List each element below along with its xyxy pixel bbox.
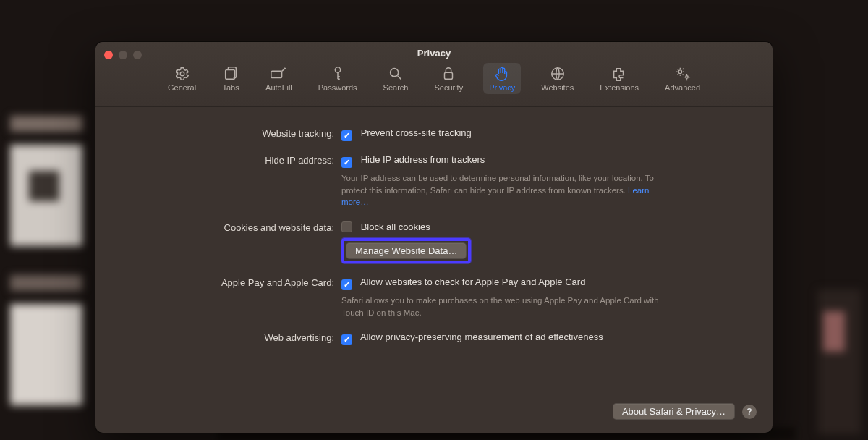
- background-shape: [10, 304, 82, 405]
- globe-icon: [549, 66, 566, 82]
- tab-label: Tabs: [222, 83, 239, 92]
- row-label: Apple Pay and Apple Card:: [124, 276, 341, 288]
- help-button[interactable]: ?: [742, 405, 757, 419]
- tab-label: Security: [434, 83, 463, 92]
- tab-label: Websites: [541, 83, 574, 92]
- svg-rect-5: [445, 72, 453, 79]
- apple-pay-checkbox[interactable]: ✓: [341, 279, 352, 290]
- block-all-cookies-checkbox[interactable]: [341, 221, 352, 232]
- row-label: Website tracking:: [124, 127, 341, 139]
- hand-icon: [493, 66, 511, 82]
- autofill-icon: [270, 66, 287, 82]
- apple-pay-row: Apple Pay and Apple Card: ✓ Allow websit…: [124, 276, 732, 318]
- titlebar: Privacy General Tabs AutoFill Passwords …: [95, 42, 773, 107]
- hide-ip-row: Hide IP address: ✓ Hide IP address from …: [124, 154, 732, 208]
- preferences-content: Website tracking: ✓ Prevent cross-site t…: [95, 107, 773, 403]
- option-label: Hide IP address from trackers: [361, 154, 485, 165]
- preferences-window: Privacy General Tabs AutoFill Passwords …: [95, 42, 773, 433]
- preferences-toolbar: General Tabs AutoFill Passwords Search S…: [95, 63, 773, 94]
- tab-label: Extensions: [600, 83, 639, 92]
- web-advertising-row: Web advertising: ✓ Allow privacy-preserv…: [124, 331, 732, 345]
- search-icon: [387, 66, 404, 82]
- close-window-button[interactable]: [104, 51, 113, 59]
- help-text-body: Your IP address can be used to determine…: [341, 174, 654, 195]
- highlight-annotation: Manage Website Data…: [341, 238, 471, 263]
- manage-website-data-button[interactable]: Manage Website Data…: [346, 242, 467, 259]
- tab-label: General: [168, 83, 196, 92]
- gear-icon: [174, 66, 191, 82]
- website-tracking-row: Website tracking: ✓ Prevent cross-site t…: [124, 127, 732, 141]
- tab-passwords[interactable]: Passwords: [312, 63, 363, 94]
- svg-point-3: [335, 67, 340, 72]
- row-label: Hide IP address:: [124, 154, 341, 166]
- svg-point-4: [391, 69, 399, 77]
- help-text: Safari allows you to make purchases on t…: [341, 295, 660, 318]
- background-shape: [10, 145, 82, 246]
- tab-search[interactable]: Search: [378, 63, 414, 94]
- tab-tabs[interactable]: Tabs: [216, 63, 245, 94]
- svg-point-0: [180, 72, 184, 76]
- tab-autofill[interactable]: AutoFill: [260, 63, 298, 94]
- minimize-window-button[interactable]: [119, 51, 127, 59]
- tab-privacy[interactable]: Privacy: [483, 63, 521, 94]
- row-label: Cookies and website data:: [124, 221, 341, 233]
- svg-point-8: [685, 76, 688, 79]
- row-label: Web advertising:: [124, 331, 341, 343]
- footer: About Safari & Privacy… ?: [95, 403, 773, 433]
- puzzle-icon: [610, 66, 628, 82]
- svg-rect-2: [271, 71, 282, 77]
- help-text: Your IP address can be used to determine…: [341, 172, 660, 208]
- tab-label: Passwords: [318, 83, 357, 92]
- tab-label: Advanced: [665, 83, 700, 92]
- tab-label: Privacy: [489, 83, 515, 92]
- svg-rect-1: [226, 70, 235, 80]
- option-label: Allow websites to check for Apple Pay an…: [360, 276, 585, 287]
- tab-general[interactable]: General: [162, 63, 202, 94]
- window-controls: [104, 51, 142, 59]
- tab-label: Search: [383, 83, 409, 92]
- key-icon: [329, 66, 346, 82]
- option-label: Block all cookies: [361, 221, 430, 232]
- ad-measurement-checkbox[interactable]: ✓: [341, 334, 352, 345]
- svg-point-7: [678, 70, 682, 74]
- background-shape: [10, 116, 82, 132]
- tabs-icon: [222, 66, 239, 82]
- background-shape: [817, 289, 861, 434]
- hide-ip-checkbox[interactable]: ✓: [341, 157, 352, 168]
- tab-websites[interactable]: Websites: [535, 63, 579, 94]
- lock-icon: [440, 66, 457, 82]
- tab-advanced[interactable]: Advanced: [659, 63, 706, 94]
- zoom-window-button[interactable]: [133, 51, 142, 59]
- background-shape: [10, 275, 82, 291]
- option-label: Allow privacy-preserving measurement of …: [360, 331, 603, 342]
- window-title: Privacy: [95, 42, 773, 59]
- gears-icon: [674, 66, 692, 82]
- option-label: Prevent cross-site tracking: [361, 127, 472, 138]
- tab-label: AutoFill: [265, 83, 292, 92]
- tab-security[interactable]: Security: [428, 63, 469, 94]
- about-safari-privacy-button[interactable]: About Safari & Privacy…: [613, 403, 735, 420]
- prevent-cross-site-tracking-checkbox[interactable]: ✓: [341, 130, 352, 141]
- cookies-row: Cookies and website data: Block all cook…: [124, 221, 732, 263]
- tab-extensions[interactable]: Extensions: [594, 63, 644, 94]
